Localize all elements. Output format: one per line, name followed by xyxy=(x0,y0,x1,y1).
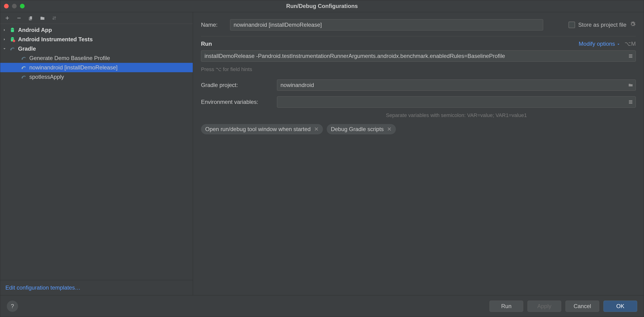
gradle-icon xyxy=(20,64,27,71)
sidebar-toolbar xyxy=(0,12,193,24)
gradle-project-label: Gradle project: xyxy=(201,82,271,88)
gradle-icon xyxy=(9,46,16,52)
gradle-project-row: Gradle project: xyxy=(201,77,636,94)
env-vars-row: Environment variables: xyxy=(201,94,636,110)
gradle-icon xyxy=(20,55,27,62)
tree-label: Gradle xyxy=(18,46,36,52)
run-command-row xyxy=(201,50,636,64)
dialog-footer: ? Run Apply Cancel OK xyxy=(0,295,644,317)
chevron-down-icon xyxy=(2,46,7,51)
env-hint-row: Separate variables with semicolon: VAR=v… xyxy=(201,110,636,118)
sidebar-footer: Edit configuration templates… xyxy=(0,280,193,295)
tree-label: Android Instrumented Tests xyxy=(18,36,93,43)
tree-label: spotlessApply xyxy=(29,74,64,80)
run-section-header: Run Modify options ⌥M xyxy=(201,40,636,47)
main-panel: Name: Store as project file Run Modify o… xyxy=(193,12,644,295)
window-title: Run/Debug Configurations xyxy=(286,3,358,10)
tree-node-android-app[interactable]: Android App xyxy=(0,25,193,35)
option-chips: Open run/debug tool window when started … xyxy=(201,124,636,134)
divider xyxy=(201,36,636,36)
browse-folder-icon[interactable] xyxy=(627,82,634,88)
name-input[interactable] xyxy=(230,19,543,30)
env-vars-hint: Separate variables with semicolon: VAR=v… xyxy=(277,112,636,118)
modify-options-label: Modify options xyxy=(579,40,615,47)
name-row: Name: Store as project file xyxy=(201,16,636,33)
close-window-button[interactable] xyxy=(4,4,9,8)
chip-label: Debug Gradle scripts xyxy=(331,126,384,132)
store-as-project-file-checkbox[interactable] xyxy=(568,22,575,28)
traffic-lights xyxy=(4,4,24,8)
remove-config-icon[interactable] xyxy=(16,15,22,21)
save-config-icon[interactable] xyxy=(39,15,46,21)
expand-field-icon[interactable] xyxy=(627,99,634,105)
modify-options-shortcut: ⌥M xyxy=(624,40,636,47)
run-button[interactable]: Run xyxy=(490,300,523,312)
gradle-project-input[interactable] xyxy=(277,80,636,91)
store-as-project-file-label: Store as project file xyxy=(578,22,626,28)
run-command-input[interactable] xyxy=(201,50,636,62)
gradle-icon xyxy=(20,74,27,80)
run-section-title: Run xyxy=(201,40,212,47)
env-vars-label: Environment variables: xyxy=(201,99,271,105)
modify-options-group: Modify options ⌥M xyxy=(579,40,636,47)
android-icon xyxy=(9,27,16,33)
tree-item-install-demo-release[interactable]: nowinandroid [installDemoRelease] xyxy=(0,63,193,72)
ok-button[interactable]: OK xyxy=(604,300,637,312)
tree-node-gradle[interactable]: Gradle xyxy=(0,44,193,54)
run-command-hint: Press ⌥ for field hints xyxy=(201,66,636,72)
chip-label: Open run/debug tool window when started xyxy=(205,126,311,132)
chip-open-tool-window[interactable]: Open run/debug tool window when started … xyxy=(201,124,323,134)
help-button[interactable]: ? xyxy=(7,300,18,312)
minimize-window-button[interactable] xyxy=(12,4,17,8)
apply-button[interactable]: Apply xyxy=(528,300,561,312)
gear-icon[interactable] xyxy=(630,21,636,28)
chip-debug-gradle-scripts[interactable]: Debug Gradle scripts ✕ xyxy=(327,124,396,134)
name-label: Name: xyxy=(201,22,224,28)
edit-templates-link[interactable]: Edit configuration templates… xyxy=(6,284,80,291)
close-icon[interactable]: ✕ xyxy=(314,126,319,132)
tree-item-generate-baseline[interactable]: Generate Demo Baseline Profile xyxy=(0,54,193,63)
dialog-window: Run/Debug Configurations xyxy=(0,0,644,317)
svg-point-0 xyxy=(13,40,15,42)
copy-config-icon[interactable] xyxy=(28,15,34,21)
tree-node-android-tests[interactable]: Android Instrumented Tests xyxy=(0,35,193,44)
env-vars-input[interactable] xyxy=(277,96,636,108)
tree-label: Android App xyxy=(18,27,52,33)
sort-config-icon[interactable] xyxy=(51,15,58,21)
sidebar: Android App Android Instrumented Tests xyxy=(0,12,193,295)
tree-label: Generate Demo Baseline Profile xyxy=(29,55,110,62)
android-test-icon xyxy=(9,36,16,43)
content: Android App Android Instrumented Tests xyxy=(0,12,644,295)
modify-options-link[interactable]: Modify options xyxy=(579,40,620,47)
chevron-right-icon xyxy=(2,28,7,32)
expand-field-icon[interactable] xyxy=(627,53,634,59)
zoom-window-button[interactable] xyxy=(20,4,24,8)
titlebar: Run/Debug Configurations xyxy=(0,0,644,12)
tree-label: nowinandroid [installDemoRelease] xyxy=(29,64,118,71)
config-tree: Android App Android Instrumented Tests xyxy=(0,24,193,280)
store-as-project-file-group: Store as project file xyxy=(568,21,636,28)
chevron-right-icon xyxy=(2,37,7,42)
add-config-icon[interactable] xyxy=(4,15,10,21)
tree-item-spotless-apply[interactable]: spotlessApply xyxy=(0,72,193,82)
cancel-button[interactable]: Cancel xyxy=(566,300,599,312)
close-icon[interactable]: ✕ xyxy=(387,126,392,132)
